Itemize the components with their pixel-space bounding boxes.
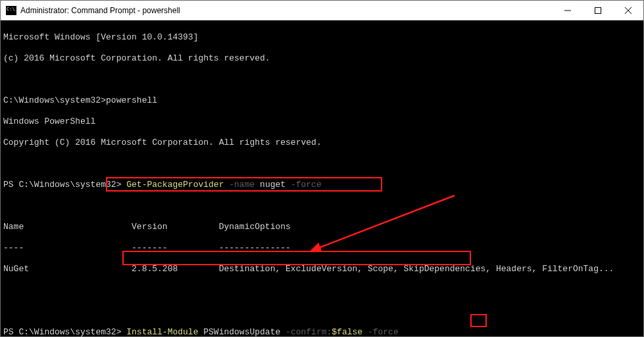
- output-line: Copyright (C) 2016 Microsoft Corporation…: [3, 138, 641, 148]
- output-line: (c) 2016 Microsoft Corporation. All righ…: [3, 53, 641, 64]
- blank-line: [3, 74, 641, 85]
- svg-rect-1: [595, 7, 601, 13]
- maximize-icon: [595, 7, 601, 14]
- blank-line: [3, 306, 641, 317]
- minimize-icon: [564, 7, 571, 14]
- param: -force: [362, 327, 399, 336]
- table-header: Name Version DynamicOptions: [3, 222, 641, 232]
- cmdlet: Install-Module: [126, 327, 198, 336]
- close-icon: [625, 7, 632, 14]
- output-line: Microsoft Windows [Version 10.0.14393]: [3, 32, 641, 43]
- prompt-line: PS C:\Windows\system32> Install-Module P…: [3, 327, 641, 336]
- window-title: Administrator: Command Prompt - powershe…: [20, 6, 180, 15]
- blank-line: [3, 201, 641, 211]
- cmd-icon: [6, 6, 16, 15]
- param: -force: [285, 180, 322, 190]
- arg: nuget: [255, 180, 285, 190]
- maximize-button[interactable]: [583, 1, 613, 20]
- output-line: Windows PowerShell: [3, 117, 641, 127]
- table-sep: ---- ------- --------------: [3, 243, 641, 253]
- table-row: NuGet 2.8.5.208 Destination, ExcludeVers…: [3, 264, 641, 274]
- window-controls: [553, 1, 643, 20]
- param: -name: [224, 180, 255, 190]
- close-button[interactable]: [613, 1, 643, 20]
- blank-line: [3, 159, 641, 169]
- minimize-button[interactable]: [553, 1, 583, 20]
- blank-line: [3, 285, 641, 296]
- prompt-line: PS C:\Windows\system32> Get-PackageProvi…: [3, 180, 641, 190]
- arg: PSWindowsUpdate: [198, 327, 280, 336]
- param: -confirm:: [280, 327, 332, 336]
- terminal-area[interactable]: Microsoft Windows [Version 10.0.14393] (…: [1, 20, 643, 336]
- prompt-line: C:\Windows\system32>powershell: [3, 95, 641, 106]
- cmd-window: Administrator: Command Prompt - powershe…: [0, 0, 644, 337]
- cmdlet: Get-PackageProvider: [126, 180, 224, 190]
- titlebar[interactable]: Administrator: Command Prompt - powershe…: [1, 1, 643, 20]
